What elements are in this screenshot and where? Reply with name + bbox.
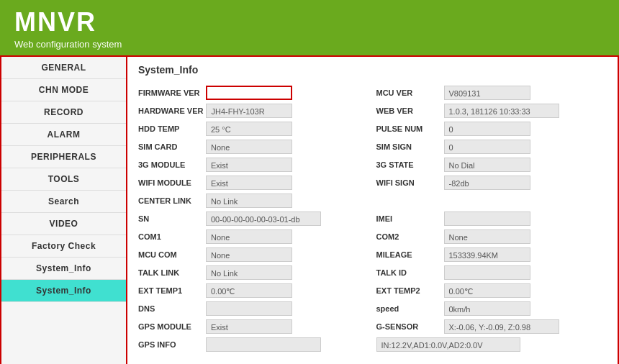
ext-temp1-label: EXT TEMP1	[138, 286, 203, 295]
sidebar-item-search[interactable]: Search	[1, 191, 126, 213]
mcu-ver-label: MCU VER	[376, 88, 441, 97]
com2-label: COM2	[376, 232, 441, 241]
sidebar-item-chn-mode[interactable]: CHN MODE	[1, 79, 126, 101]
ext-temp1-value: 0.00℃	[206, 283, 292, 298]
dns-label: DNS	[138, 304, 203, 313]
talk-id-value	[444, 265, 530, 280]
g-sensor-value: X:-0.06, Y:-0.09, Z:0.98	[444, 319, 559, 334]
sn-value: 00-00-00-00-00-03-01-db	[206, 211, 321, 226]
mcu-ver-value: V809131	[444, 86, 530, 100]
pulse-num-value: 0	[444, 122, 530, 136]
center-link-label: CENTER LINK	[138, 196, 203, 205]
talk-link-label: TALK LINK	[138, 268, 203, 277]
sidebar-item-record[interactable]: RECORD	[1, 101, 126, 124]
gps-module-value: Exist	[206, 319, 292, 334]
gps-module-label: GPS MODULE	[138, 322, 203, 331]
3g-module-value: Exist	[206, 158, 292, 172]
sn-label: SN	[138, 214, 203, 223]
firmware-ver-value	[206, 86, 292, 100]
sidebar-item-alarm[interactable]: ALARM	[1, 124, 126, 146]
wifi-module-value: Exist	[206, 176, 292, 190]
mileage-label: MILEAGE	[376, 250, 441, 259]
3g-state-value: No Dial	[444, 158, 530, 172]
app-title: MNVR	[14, 7, 605, 37]
ext-temp2-label: EXT TEMP2	[376, 286, 441, 295]
sim-sign-value: 0	[444, 140, 530, 154]
sim-card-label: SIM CARD	[138, 142, 203, 151]
web-ver-value: 1.0.3, 181126 10:33:33	[444, 104, 559, 118]
firmware-ver-label: FIRMWARE VER	[138, 88, 203, 97]
content-title: System_Info	[138, 64, 607, 78]
g-sensor-label: G-SENSOR	[376, 322, 441, 331]
hdd-temp-label: HDD TEMP	[138, 124, 203, 133]
sim-sign-label: SIM SIGN	[376, 142, 441, 151]
sim-card-value: None	[206, 140, 292, 154]
gps-info-label: GPS INFO	[138, 340, 203, 349]
sidebar-item-factory-check[interactable]: Factory Check	[1, 235, 126, 258]
ext-temp2-value: 0.00℃	[444, 283, 530, 298]
hdd-temp-value: 25 °C	[206, 122, 292, 136]
3g-state-label: 3G STATE	[376, 160, 441, 169]
com2-value: None	[444, 229, 530, 244]
web-ver-label: WEB VER	[376, 106, 441, 115]
mcu-com-value: None	[206, 247, 292, 262]
talk-id-label: TALK ID	[376, 268, 441, 277]
wifi-module-label: WIFI MODULE	[138, 178, 203, 187]
3g-module-label: 3G MODULE	[138, 160, 203, 169]
imei-label: IMEI	[376, 214, 441, 223]
com1-value: None	[206, 229, 292, 244]
mcu-com-label: MCU COM	[138, 250, 203, 259]
dns-value	[206, 301, 292, 316]
wifi-sign-label: WIFI SIGN	[376, 178, 441, 187]
sidebar-item-general[interactable]: GENERAL	[1, 57, 126, 79]
com1-label: COM1	[138, 232, 203, 241]
sidebar-item-system-info-active[interactable]: System_Info	[1, 280, 126, 302]
sidebar: GENERAL CHN MODE RECORD ALARM PERIPHERAL…	[1, 57, 127, 364]
gps-info-value2: IN:12.2V,AD1:0.0V,AD2:0.0V	[376, 337, 520, 352]
sidebar-item-peripherals[interactable]: PERIPHERALS	[1, 146, 126, 168]
speed-value: 0km/h	[444, 301, 530, 316]
speed-label: speed	[376, 304, 441, 313]
center-link-value: No Link	[206, 194, 292, 208]
hardware-ver-value: JH4-FHY-103R	[206, 104, 292, 118]
app-subtitle: Web configuration system	[14, 39, 605, 50]
mileage-value: 153339.94KM	[444, 247, 530, 262]
sidebar-item-system-info-1[interactable]: System_Info	[1, 258, 126, 280]
content-area: System_Info FIRMWARE VER MCU VER V809131…	[127, 57, 618, 364]
imei-value	[444, 211, 530, 226]
pulse-num-label: PULSE NUM	[376, 124, 441, 133]
hardware-ver-label: HARDWARE VER	[138, 106, 203, 115]
header: MNVR Web configuration system	[0, 0, 619, 55]
wifi-sign-value: -82db	[444, 176, 530, 190]
sidebar-item-video[interactable]: VIDEO	[1, 213, 126, 235]
sidebar-item-tools[interactable]: TOOLS	[1, 168, 126, 191]
talk-link-value: No Link	[206, 265, 292, 280]
gps-info-value	[206, 337, 321, 352]
